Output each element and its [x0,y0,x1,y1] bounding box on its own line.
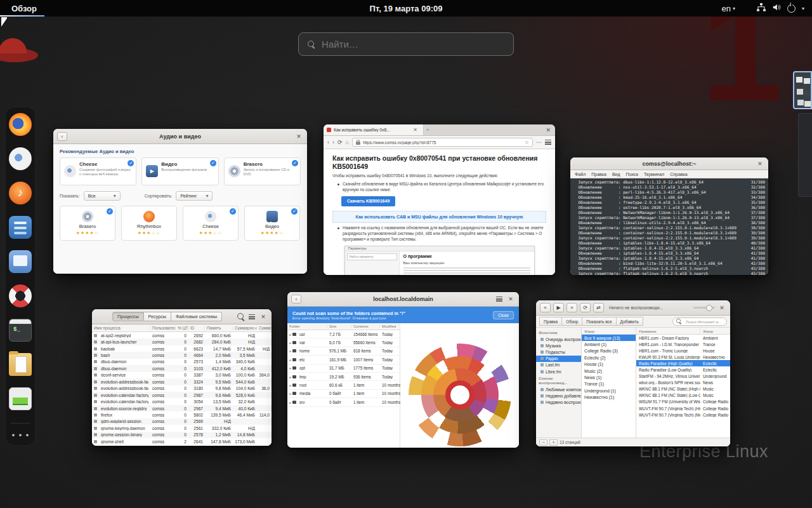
genre-row[interactable]: Trance (1) [582,381,636,387]
overview-search[interactable] [298,32,514,56]
toolbar-button[interactable]: Показать все [582,317,616,326]
play-button[interactable]: ▶ [553,303,564,312]
genre-row[interactable]: News (1) [582,374,636,380]
process-row[interactable]: at-spi2-registryd comss 0 2692 660,0 КиБ… [92,332,272,338]
menu-item[interactable]: Правка [591,172,606,177]
folder-row[interactable]: var 6,0 ГБ 55660 items Today [287,338,400,347]
search-icon[interactable] [237,313,245,321]
column-header[interactable]: Folder [287,324,327,328]
station-row[interactable]: WUVT-FM 90.7 (Virginia Tech) (Med...Coll… [636,411,730,418]
menu-item[interactable]: Вид [612,172,620,177]
disk-usage-sunburst[interactable] [409,344,511,446]
expander-icon[interactable] [289,391,291,396]
process-row[interactable]: gnome-session-binary comss 0 2578 1,2 Ми… [92,432,272,438]
station-row[interactable]: HBR1.com - I.D.M. TranceponderTrance [636,341,730,347]
new-tab-button[interactable]: + [424,127,432,133]
expander-icon[interactable] [289,349,291,353]
show-apps-icon[interactable] [10,431,30,440]
sidebar-item[interactable]: Музыка [536,342,581,349]
terminal-icon[interactable] [9,319,32,342]
close-button[interactable]: ✕ [717,304,726,312]
process-row[interactable]: evolution-source-registry comss 0 2967 9… [92,405,272,411]
genre-row[interactable]: Underground (1) [582,387,636,394]
tab[interactable]: Ресурсы [144,312,171,321]
tab[interactable]: Файловые системы [171,312,222,321]
volume-icon[interactable] [772,3,781,13]
process-row[interactable]: dbus-daemon comss 0 2573 1,4 МиБ 340,0 К… [92,359,272,365]
system-menu-caret-icon[interactable]: ▾ [802,6,804,11]
infobar-close-button[interactable]: Close [493,311,514,319]
remove-button[interactable]: − [539,439,547,446]
column-header[interactable]: Жанр [700,329,730,333]
window-system-monitor[interactable]: ПроцессыРесурсыФайловые системы ✕ Имя пр… [92,309,272,446]
column-header[interactable]: Память [205,326,233,330]
folder-row[interactable]: root 60,6 кБ 1 item 10 months [287,381,400,389]
folder-row[interactable]: usr 7,2 ГБ 154666 items Today [287,330,400,338]
close-button[interactable]: ✕ [294,132,303,141]
cheese-icon[interactable] [9,147,32,170]
station-row[interactable]: WUVT-FM 90.7 (Virginia Tech) (High ...Co… [636,405,730,411]
toolbar-button[interactable]: Обзор [562,317,582,326]
genre-row[interactable]: House (1) [582,361,636,368]
window-firefox[interactable]: Как исправить ошибку 0x8... ✕ + ✕ ‹ › ⟳ … [324,124,555,275]
genre-column-header[interactable]: Жанр [582,328,636,335]
featured-app-card[interactable]: Cheese Создание фотографий и видео с пом… [60,157,136,185]
expander-icon[interactable] [289,358,291,362]
info-link[interactable]: Как использовать CAB и MSU файлы для обн… [332,211,546,223]
station-row[interactable]: WKNC 88.1 FM (NC State) (High Qual...Mus… [636,386,730,392]
folder-row[interactable]: home 976,1 МБ 618 items Today [287,347,400,356]
sidebar-item[interactable]: Подкасты [536,349,581,355]
expander-icon[interactable] [289,375,291,379]
station-row[interactable]: HBR1.com - Dream FactoryAmbient [636,335,730,341]
column-header[interactable]: ID [188,326,205,330]
column-header[interactable]: Modified [380,324,400,328]
process-row[interactable]: dbus-daemon comss 0 3103 412,0 КиБ 4,0 К… [92,365,272,371]
sidebar-item[interactable]: Libre.fm [536,368,581,375]
expander-icon[interactable] [289,340,291,345]
back-button[interactable]: ‹ [57,132,67,141]
station-row[interactable]: Radio Paradise (High Quality)Eclectic [636,360,730,366]
search-input[interactable] [322,39,504,50]
url-bar[interactable]: https://www.comss.ru/page.php?id=8775 ☆ [352,138,533,147]
menu-item[interactable]: Справка [670,172,687,177]
column-header[interactable]: Суммарно к... [233,326,257,330]
process-row[interactable]: gdm-wayland-session comss 0 2569 Н/Д [92,418,272,425]
process-row[interactable]: evolution-calendar-factory comss 0 2987 … [92,392,272,398]
genre-row[interactable]: Ambient (1) [582,341,636,347]
expander-icon[interactable] [289,383,291,387]
bookmark-star-icon[interactable]: ☆ [525,140,529,145]
next-track-button[interactable]: » [566,303,577,312]
app-tile[interactable]: Cheese ★★★☆☆ [183,206,239,241]
volume-slider[interactable] [693,307,715,309]
clock[interactable]: Пт, 19 марта 09:09 [370,4,443,13]
window-disk-usage-analyzer[interactable]: ‹ localhost.localdomain ✕ Could not scan… [287,292,519,448]
system-monitor-icon[interactable] [9,387,32,410]
genre-row[interactable]: Все 9 жанров (13) [582,335,636,341]
folder-row[interactable]: tmp 19,2 МБ 936 items Today [287,373,400,381]
files-icon[interactable] [9,353,32,376]
playlist-item[interactable]: Недавно добавленные [536,392,581,399]
playlist-item[interactable]: Недавно воспроизвед... [536,399,581,406]
station-row[interactable]: HBR1.com - Tronic LoungeHouse [636,347,730,354]
process-row[interactable]: gnome-keyring-daemon comss 0 2561 332,0 … [92,425,272,431]
sidebar-item[interactable]: Last.fm [536,362,581,368]
expander-icon[interactable] [289,400,291,404]
home-icon[interactable]: ⌂ [346,139,349,145]
reload-icon[interactable]: ⟳ [337,139,343,145]
show-filter-dropdown[interactable]: Все ▾ [84,191,121,201]
menu-item[interactable]: Поиск [626,172,638,177]
browser-tab[interactable]: Как исправить ошибку 0x8... ✕ [324,124,424,135]
folder-row[interactable]: etc 161,9 МБ 1007 items Today [287,356,400,364]
process-row[interactable]: evolution-addressbook-factory-... comss … [92,385,272,392]
expander-icon[interactable] [289,332,291,337]
process-row[interactable]: baobab comss 0 6623 14,7 МиБ 57,5 МиБ Н/… [92,345,272,352]
close-button[interactable]: ✕ [541,127,555,133]
close-button[interactable]: ✕ [259,312,268,321]
column-header[interactable]: Имя процесса [92,326,150,330]
sort-filter-dropdown[interactable]: Рейтинг ▾ [176,191,213,201]
column-header[interactable]: % ЦП [176,326,188,330]
menu-icon[interactable] [545,140,551,145]
featured-app-card[interactable]: Видео Воспроизведение фильмов [141,157,218,185]
column-header[interactable]: Size [327,324,351,328]
activities-button[interactable]: Обзор [0,0,48,17]
